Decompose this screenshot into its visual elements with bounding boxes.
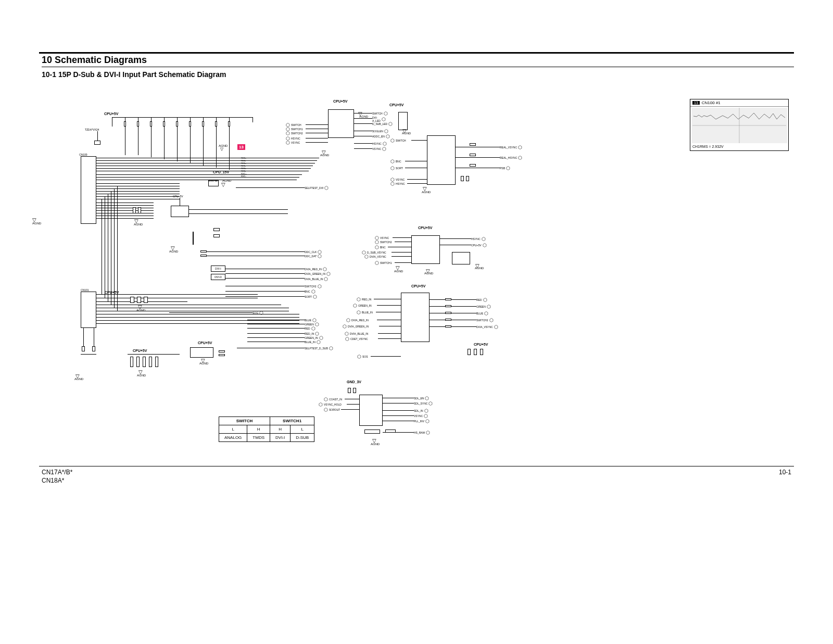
oscilloscope-reading: CH1RMS = 2.932V [690, 144, 788, 149]
net-vsync-r4o: VSYNC [414, 413, 428, 419]
gnd-icon-r2c: ▽ [426, 269, 430, 274]
gnd-icon-r2b: ▽ [475, 263, 479, 269]
net-switch2: SWITCH2 [305, 284, 322, 289]
switch-cell: L [219, 425, 247, 434]
switch-cell: DVI-I [270, 434, 291, 442]
ic-bottom [190, 347, 213, 358]
label-cn101: CN101 [81, 288, 89, 292]
gnd-icon-3: ▽ [75, 374, 80, 379]
gnd-icon-sw: ▽ [322, 150, 326, 155]
dvi-i-label: DVI-I [211, 266, 225, 272]
net-green-out: GREEN [476, 304, 491, 309]
gnd-icon-9: ▽ [201, 358, 205, 363]
bus-labels-r: RX2+RX2-RX1+RX1-RX0+RX0-RXC+RXC- [241, 157, 247, 178]
connector-cn100 [81, 156, 96, 224]
net-sdl-in: SDL_IN [414, 408, 428, 413]
rail-cpu5v-3: CPU+5V [133, 349, 147, 352]
rail-cpu5v-4: CPU+5V [198, 341, 212, 345]
net-hsync-r1: HSYNC [390, 181, 406, 186]
gnd-icon-4: ▽ [32, 218, 36, 223]
switch-cell: ANALOG [219, 434, 247, 442]
net-dvia-blue: DVIA_BLUE_IN [305, 276, 328, 282]
footer-rule [39, 466, 794, 466]
net-sort-ml: SORT [305, 294, 317, 299]
ic-tzda [452, 252, 470, 264]
net-dvia-vsync-r3: DVIA_VSYNC [476, 324, 498, 330]
gnd-icon-5: ▽ [134, 219, 138, 224]
gnd-icon-6: ▽ [171, 246, 175, 251]
net-green-in-r3: GREEN_IN [353, 303, 373, 308]
dvi-d-label: DVI-D [211, 274, 225, 280]
net-vsync-hold-r4: VSYNC_HOLD [319, 402, 343, 407]
ic-r3 [401, 293, 430, 342]
label-tzda: TZDA*VX24 [85, 128, 99, 131]
net-switch2-r2: SWITCH2 [375, 239, 393, 245]
gnd-icon-r1b: ▽ [423, 186, 427, 192]
net-blue-in-r3: BLUE_IN [357, 310, 374, 315]
rail-cpu5v-r1: CPU+5V [389, 103, 403, 107]
net-cpu5v-r2o: CPU+5V [471, 243, 487, 248]
rail-cpu5v-r3: CPU+5V [411, 284, 425, 288]
label-cn100: CN100 [79, 153, 87, 156]
switch-header-2: SWITCH1 [270, 417, 314, 425]
net-vsync-in: VSYNC [286, 140, 301, 145]
label-cpu5v-3: CPU+5V [173, 195, 183, 198]
net-sdl-sync: SDL_SYNC [414, 401, 433, 406]
switch-cell: TMDS [247, 434, 270, 442]
gnd-icon-7: ▽ [138, 305, 142, 310]
net-selftest-dvi: SELFTEST_DVI [305, 185, 329, 191]
oscilloscope-waveform-icon [691, 108, 787, 143]
net-sorout-r4: SOROUT [324, 407, 341, 412]
net-red-in-r3: RED_IN [357, 297, 372, 302]
net-dvia-vsync-r2: DVIA_VSYNC [364, 254, 387, 259]
gnd-icon-8: ▽ [138, 370, 143, 375]
rail-cpu5v-r3b: CPU+5V [474, 343, 488, 346]
net-sos-r3: SOS [357, 354, 369, 359]
net-blue-out: BLUE [476, 311, 488, 316]
gnd-icon-2: ▽ [221, 182, 225, 187]
net-blue-in: BLUE_IN [305, 339, 321, 345]
footer-model-1: CN17A*/B* [42, 469, 72, 476]
oscilloscope-header: 13 CN100 #1 [690, 99, 788, 107]
net-dvia-red-r3: DVIA_RED_IN [346, 318, 370, 323]
ic-r4 [359, 395, 383, 426]
label-agnd-ic: AGND 887 [208, 180, 218, 182]
net-switch1-r2: SWITCH1 [375, 260, 393, 266]
rail-gnd3v: GND_3V [347, 380, 361, 384]
ic-ddc [171, 206, 189, 217]
switch-table: SWITCH SWITCH1 L H H L ANALOG TMDS DVI-I… [219, 416, 314, 442]
gnd-icon-r2: ▽ [396, 266, 400, 271]
net-ddc-dat: DDC_DAT [305, 254, 322, 259]
net-hs-raw: HS_RAW [414, 430, 430, 435]
net-bnc: BNC [390, 159, 402, 164]
ic-r1b [427, 135, 456, 185]
oscilloscope-badge: 13 [692, 101, 700, 105]
top-rule [39, 52, 794, 54]
net-sdl-en: SDL_EN [414, 396, 429, 401]
net-pll-inv: PLL_INV [414, 419, 430, 424]
oscilloscope-box: 13 CN100 #1 CH1RMS = 2.932V [690, 99, 789, 151]
gnd-icon-r1: ▽ [402, 129, 407, 134]
switch-cell: D-SUB [291, 434, 314, 442]
rail-cpu5v-r2: CPU+5V [418, 226, 432, 230]
net-psb: PSB [500, 166, 510, 171]
net-switch2-in: SWITCH2 [286, 131, 304, 136]
net-switch-r: SWITCH [390, 138, 407, 143]
section-header: 10 Schematic Diagrams [42, 55, 794, 67]
sub-header: 10-1 15P D-Sub & DVI-I Input Part Schema… [42, 70, 226, 79]
oscilloscope-title: CN100 #1 [702, 100, 721, 105]
switch-cell: H [247, 425, 270, 434]
ic-mid [193, 232, 194, 245]
net-hsync1-r2: HSYNC [471, 236, 486, 242]
ic-r1a [398, 112, 408, 130]
oscilloscope-screen [691, 108, 787, 143]
gnd-icon-r4: ▽ [372, 438, 376, 444]
footer-model-2: CN18A* [42, 477, 64, 484]
net-real-hsync: REAL_HSYNC [500, 155, 522, 160]
net-cdet-vsync-r3: CDET_VSYNC [345, 336, 369, 342]
switch-cell: L [291, 425, 314, 434]
net-red: RED [305, 326, 315, 331]
schematic-right: CPU+5V AGND ▽ SWITCH BNC SORT VSYNC HSYN… [328, 99, 536, 453]
net-switch2-r3: SWITCH2 [476, 318, 494, 323]
net-red-out: RED [476, 297, 487, 302]
